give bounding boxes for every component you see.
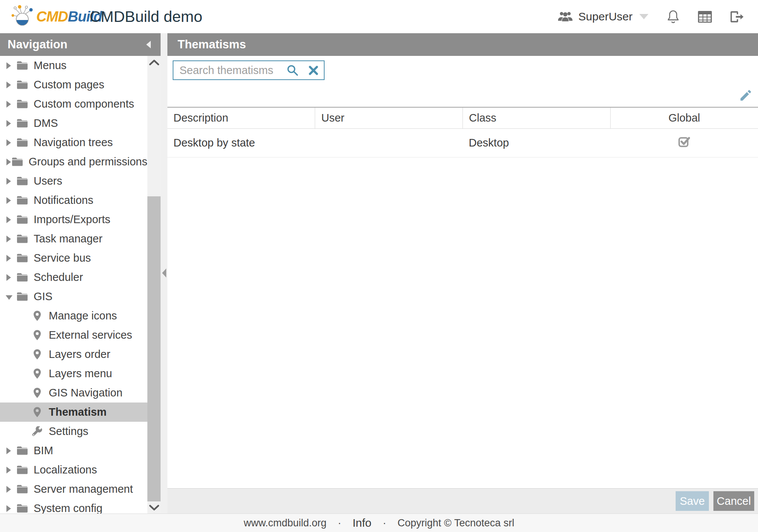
sidebar-item-service-bus[interactable]: Service bus [0,248,147,268]
sidebar-item-notifications[interactable]: Notifications [0,191,147,210]
sidebar-item-label: Server management [34,483,133,495]
table-row[interactable]: Desktop by stateDesktop [167,128,758,157]
navigation-panel-header: Navigation [0,33,161,56]
sidebar-item-layers-menu[interactable]: Layers menu [0,364,147,383]
caret-right-icon[interactable] [6,486,12,493]
navigation-panel-title: Navigation [8,38,67,51]
scroll-down-icon[interactable] [147,505,161,510]
top-bar: CMDBuild® CMDBuild demo SuperUser [0,0,758,33]
caret-down-icon[interactable] [6,293,12,301]
folder-icon [17,466,28,474]
thematisms-table: DescriptionUserClassGlobal Desktop by st… [167,107,758,157]
scrollbar-thumb[interactable] [147,196,161,501]
caret-right-icon[interactable] [6,197,12,204]
description-cell: Desktop by state [167,128,315,157]
caret-right-icon[interactable] [6,158,7,166]
clear-search-icon[interactable] [308,65,319,76]
sidebar-scrollbar[interactable] [147,56,161,513]
global-checked-icon[interactable] [678,138,691,150]
caret-right-icon[interactable] [6,120,12,127]
thematisms-panel-title: Thematisms [178,38,246,51]
navigation-tree: MenusCustom pagesCustom componentsDMSNav… [0,56,147,513]
sidebar-item-external-services[interactable]: External services [0,325,147,345]
sidebar-item-label: Users [34,175,62,187]
caret-right-icon[interactable] [6,216,12,224]
caret-right-icon[interactable] [6,235,12,243]
sidebar-item-menus[interactable]: Menus [0,56,147,75]
sidebar-item-label: Layers menu [49,367,112,380]
sidebar-item-layers-order[interactable]: Layers order [0,345,147,364]
footer: www.cmdbuild.org · Info · Copyright © Te… [0,513,758,532]
sidebar-item-dms[interactable]: DMS [0,114,147,133]
sidebar-item-groups-and-permissions[interactable]: Groups and permissions [0,152,147,171]
sidebar-item-settings[interactable]: Settings [0,422,147,441]
splitter-collapse-icon[interactable] [162,268,166,278]
sidebar-item-localizations[interactable]: Localizations [0,460,147,480]
caret-right-icon[interactable] [6,177,12,185]
save-button[interactable]: Save [676,491,709,511]
column-header-description[interactable]: Description [167,107,315,128]
footer-separator: · [383,517,386,529]
sidebar-item-system-config[interactable]: System config [0,499,147,513]
sidebar-item-navigation-trees[interactable]: Navigation trees [0,133,147,152]
sidebar: Navigation MenusCustom pagesCustom compo… [0,33,167,513]
sidebar-item-label: Service bus [34,252,91,264]
column-header-user[interactable]: User [315,107,463,128]
column-header-global[interactable]: Global [610,107,758,128]
sidebar-item-task-manager[interactable]: Task manager [0,229,147,248]
caret-right-icon[interactable] [6,254,12,262]
sidebar-item-bim[interactable]: BIM [0,441,147,460]
folder-icon [17,61,28,70]
folder-icon [17,485,28,493]
sidebar-item-thematism[interactable]: Thematism [0,402,147,422]
sidebar-item-imports-exports[interactable]: Imports/Exports [0,210,147,229]
table-header-row: DescriptionUserClassGlobal [167,107,758,128]
caret-right-icon[interactable] [6,505,12,512]
collapse-sidebar-icon[interactable] [146,41,151,48]
cancel-button[interactable]: Cancel [713,491,754,511]
scroll-up-icon[interactable] [147,60,161,65]
footer-website-link[interactable]: www.cmdbuild.org [244,517,326,529]
sidebar-item-custom-pages[interactable]: Custom pages [0,75,147,94]
logout-icon[interactable] [730,11,744,23]
footer-info-link[interactable]: Info [353,517,371,529]
sidebar-item-scheduler[interactable]: Scheduler [0,268,147,287]
user-menu[interactable]: SuperUser [557,10,648,23]
sidebar-item-label: External services [49,329,132,341]
pin-icon [32,330,43,340]
cmdbuild-logo-icon [10,4,35,29]
search-icon[interactable] [286,64,299,76]
sidebar-item-users[interactable]: Users [0,171,147,191]
class-cell: Desktop [463,128,611,157]
caret-right-icon[interactable] [6,274,12,281]
caret-right-icon[interactable] [6,62,12,69]
sidebar-item-gis[interactable]: GIS [0,287,147,306]
folder-icon [17,273,28,282]
folder-icon [17,254,28,262]
caret-right-icon[interactable] [6,81,12,89]
pin-icon [32,369,43,379]
sidebar-item-label: Localizations [34,464,97,476]
sidebar-item-label: Scheduler [34,271,83,284]
notifications-bell-icon[interactable] [667,9,680,24]
sidebar-item-server-management[interactable]: Server management [0,480,147,499]
users-group-icon [557,10,573,23]
data-management-grid-icon[interactable] [698,11,712,23]
caret-right-icon[interactable] [6,466,12,474]
footer-copyright: Copyright © Tecnoteca srl [398,517,514,529]
folder-icon [17,292,28,301]
edit-pencil-icon[interactable] [739,88,753,104]
sidebar-item-manage-icons[interactable]: Manage icons [0,306,147,325]
search-input[interactable] [179,64,286,77]
sidebar-item-label: Imports/Exports [34,213,110,226]
sidebar-item-label: GIS Navigation [49,387,122,399]
column-header-class[interactable]: Class [463,107,611,128]
panel-splitter[interactable] [161,33,167,513]
caret-right-icon[interactable] [6,139,12,146]
sidebar-item-label: Custom components [34,98,134,110]
caret-right-icon[interactable] [6,447,12,455]
sidebar-item-custom-components[interactable]: Custom components [0,94,147,114]
sidebar-item-gis-navigation[interactable]: GIS Navigation [0,383,147,402]
sidebar-item-label: DMS [34,117,58,130]
caret-right-icon[interactable] [6,100,12,108]
